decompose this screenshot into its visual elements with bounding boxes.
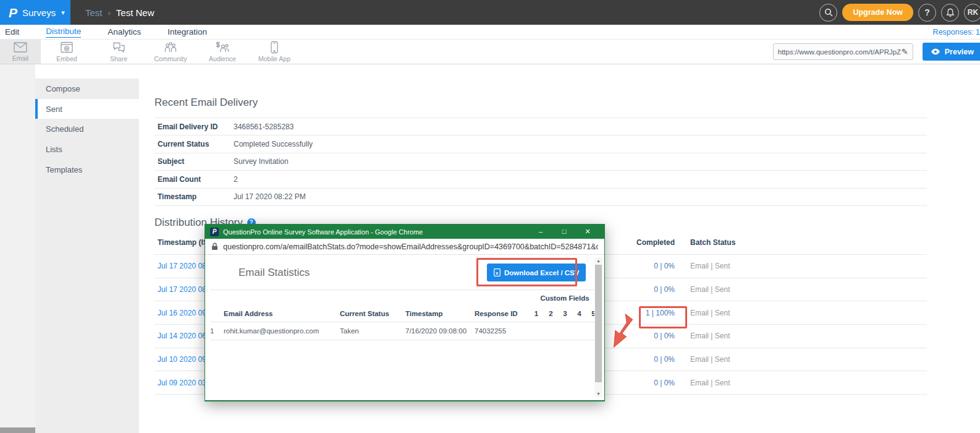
completed-link[interactable]: 1 | 100% xyxy=(646,309,675,317)
column-header-email: Email Address xyxy=(224,306,340,322)
column-header-status: Current Status xyxy=(340,306,405,322)
excel-file-icon: x xyxy=(494,268,501,277)
community-icon xyxy=(163,41,178,54)
completed-link[interactable]: 0 | 0% xyxy=(654,262,675,270)
embed-icon xyxy=(60,41,74,54)
column-header-batch-status: Batch Status xyxy=(690,238,927,247)
table-row: Email Count 2 xyxy=(154,171,927,188)
completed-link[interactable]: 0 | 0% xyxy=(654,355,675,364)
row-timestamp: 7/16/2020 09:08:00 xyxy=(405,322,475,340)
download-excel-csv-button[interactable]: x Download Excel / CSV xyxy=(487,264,586,281)
search-button[interactable] xyxy=(819,4,837,22)
batch-status: Email | Sent xyxy=(690,262,927,270)
header-actions: Upgrade Now ? RK xyxy=(819,4,980,22)
row-email: rohit.kumar@questionpro.com xyxy=(224,322,340,340)
tab-edit[interactable]: Edit xyxy=(5,27,19,36)
toolbar-label: Email xyxy=(12,54,28,62)
minimize-button[interactable]: – xyxy=(529,228,552,236)
toolbar-item-community[interactable]: Community xyxy=(145,40,196,64)
row-custom-1 xyxy=(529,322,544,340)
sidebar-item-label: Compose xyxy=(46,84,80,93)
edit-url-pencil-icon[interactable]: ✎ xyxy=(902,47,908,56)
recent-email-delivery-title: Recent Email Delivery xyxy=(154,96,927,109)
responses-count-link[interactable]: Responses: 14 xyxy=(933,28,980,36)
help-button[interactable]: ? xyxy=(918,4,936,22)
breadcrumb: Test › Test New xyxy=(85,7,154,18)
surveys-label: Surveys xyxy=(22,7,56,18)
page-body: Compose Sent Scheduled Lists Templates R… xyxy=(0,64,980,433)
toolbar-item-mobile-app[interactable]: Mobile App xyxy=(248,40,300,64)
tab-analytics[interactable]: Analytics xyxy=(108,27,141,36)
avatar-initials: RK xyxy=(968,8,978,17)
column-header-completed: Completed xyxy=(601,238,675,247)
preview-label: Preview xyxy=(945,48,974,56)
custom-fields-row: Custom Fields xyxy=(210,290,601,306)
maximize-button[interactable]: □ xyxy=(552,228,576,236)
breadcrumb-parent[interactable]: Test xyxy=(85,7,103,18)
sidebar-item-templates[interactable]: Templates xyxy=(35,160,139,180)
toolbar-label: Embed xyxy=(56,55,77,62)
upgrade-now-button[interactable]: Upgrade Now xyxy=(842,4,913,21)
eye-icon xyxy=(931,48,940,55)
surveys-menu-button[interactable]: P Surveys ▾ xyxy=(0,0,70,25)
toolbar-item-email[interactable]: Email xyxy=(0,40,41,64)
toolbar-item-audience[interactable]: $ Audience xyxy=(196,40,248,64)
survey-url-input[interactable] xyxy=(778,48,902,56)
batch-status: Email | Sent xyxy=(690,309,927,317)
left-gutter xyxy=(0,64,35,433)
field-label: Timestamp xyxy=(154,192,234,201)
tab-integration[interactable]: Integration xyxy=(167,27,207,36)
completed-link[interactable]: 0 | 0% xyxy=(654,332,675,340)
sidebar-item-scheduled[interactable]: Scheduled xyxy=(35,119,139,139)
sidebar-item-lists[interactable]: Lists xyxy=(35,139,139,160)
field-value: 3468561-5285283 xyxy=(234,122,294,131)
sidebar-item-label: Sent xyxy=(46,105,62,114)
close-button[interactable]: ✕ xyxy=(576,228,599,236)
row-custom-2 xyxy=(544,322,558,340)
field-value: Survey Invitation xyxy=(234,157,289,166)
completed-link[interactable]: 0 | 0% xyxy=(654,379,675,387)
column-header-index xyxy=(210,306,224,322)
question-mark-icon: ? xyxy=(924,7,930,17)
toolbar-label: Community xyxy=(154,55,187,62)
field-value: Completed Successfully xyxy=(234,140,313,148)
email-statistics-popup-window: P QuestionPro Online Survey Software App… xyxy=(205,224,605,401)
row-custom-4 xyxy=(572,322,586,340)
popup-address-bar[interactable]: questionpro.com/a/emailBatchStats.do?mod… xyxy=(205,239,604,255)
scroll-down-icon[interactable]: ▼ xyxy=(594,392,602,396)
scroll-up-icon[interactable]: ▲ xyxy=(594,259,602,263)
column-header-custom-4: 4 xyxy=(572,306,586,322)
audience-icon: $ xyxy=(215,41,230,54)
toolbar-label: Audience xyxy=(209,55,236,62)
sidebar-item-sent[interactable]: Sent xyxy=(35,99,139,119)
toolbar-label: Share xyxy=(110,55,127,62)
email-icon xyxy=(13,41,28,53)
batch-status: Email | Sent xyxy=(690,285,927,294)
notifications-button[interactable] xyxy=(941,4,959,22)
completed-link[interactable]: 0 | 0% xyxy=(654,285,675,294)
table-row: 1 rohit.kumar@questionpro.com Taken 7/16… xyxy=(210,322,601,340)
custom-fields-label: Custom Fields xyxy=(529,290,601,306)
tab-distribute[interactable]: Distribute xyxy=(46,27,81,38)
mobile-app-icon xyxy=(270,41,279,54)
sidebar-item-compose[interactable]: Compose xyxy=(35,79,139,99)
row-custom-3 xyxy=(558,322,572,340)
field-label: Subject xyxy=(154,157,234,166)
toolbar-item-embed[interactable]: Embed xyxy=(41,40,93,64)
popup-scrollbar[interactable]: ▲ ▼ xyxy=(594,257,602,397)
popup-titlebar[interactable]: P QuestionPro Online Survey Software App… xyxy=(205,225,604,239)
email-statistics-table: Custom Fields Email Address Current Stat… xyxy=(210,289,591,340)
toolbar-item-share[interactable]: Share xyxy=(93,40,145,64)
scrollbar-thumb[interactable] xyxy=(595,265,602,382)
column-header-custom-3: 3 xyxy=(558,306,572,322)
questionpro-favicon: P xyxy=(210,228,219,236)
breadcrumb-separator: › xyxy=(108,8,111,17)
user-avatar[interactable]: RK xyxy=(964,4,980,22)
lock-icon xyxy=(211,242,218,251)
field-value: 2 xyxy=(234,175,238,184)
batch-status: Email | Sent xyxy=(690,332,927,340)
sidebar-item-label: Scheduled xyxy=(46,124,83,134)
preview-button[interactable]: Preview xyxy=(923,43,980,61)
table-row: Current Status Completed Successfully xyxy=(154,135,927,153)
batch-status: Email | Sent xyxy=(690,379,927,387)
